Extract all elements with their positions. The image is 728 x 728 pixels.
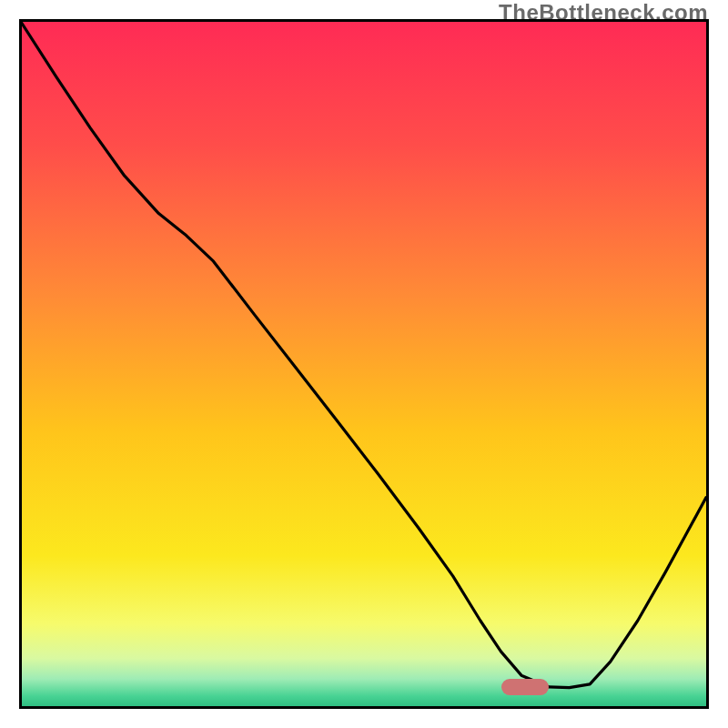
chart-plot: [22, 22, 706, 706]
gradient-fill: [22, 22, 706, 706]
optimal-marker: [501, 679, 549, 695]
